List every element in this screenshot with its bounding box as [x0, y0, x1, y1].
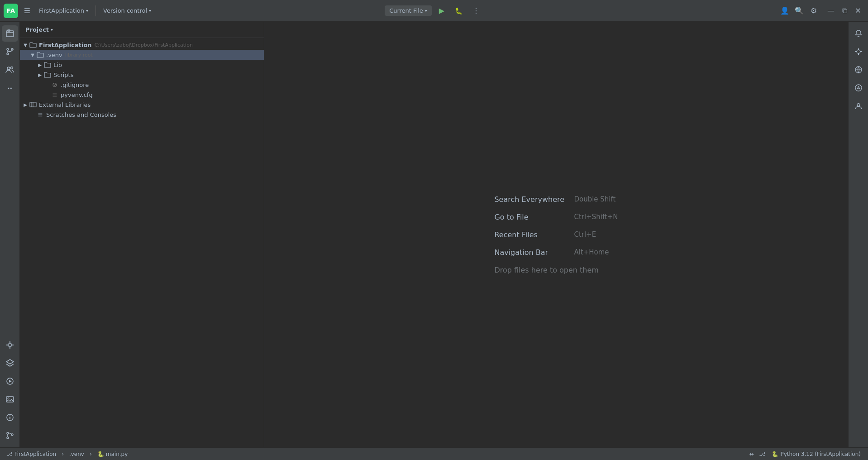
- activity-info-icon[interactable]: [2, 409, 18, 426]
- tree-item-gitignore[interactable]: ⊘ .gitignore: [20, 80, 264, 90]
- tree-item-name: Scratches and Consoles: [46, 111, 116, 118]
- restore-button[interactable]: ⧉: [838, 5, 851, 17]
- expand-icon: ▼: [29, 51, 36, 58]
- svg-point-4: [7, 53, 9, 55]
- status-filename: main.py: [106, 451, 128, 457]
- gitignore-icon: ⊘: [51, 81, 59, 89]
- editor-area: Search Everywhere Double Shift Go to Fil…: [264, 22, 848, 447]
- status-indent-icon[interactable]: ↔: [747, 448, 757, 460]
- tree-item-name: FirstApplication: [39, 42, 92, 48]
- activity-project-icon[interactable]: [2, 25, 18, 42]
- activity-layers-icon[interactable]: [2, 355, 18, 371]
- tree-item-lib[interactable]: ▶ Lib: [20, 60, 264, 70]
- tree-item-external-libraries[interactable]: ▶ External Libraries: [20, 100, 264, 110]
- right-notifications-icon[interactable]: [850, 25, 867, 42]
- branch-icon: ⎇: [6, 451, 13, 457]
- expand-placeholder: [29, 111, 36, 118]
- status-file[interactable]: 🐍 main.py: [95, 448, 131, 460]
- python-version-label: Python 3.12 (FirstApplication): [780, 451, 861, 457]
- sidebar: Project ▾ ▼ FirstApplication C:\Users\za…: [20, 22, 264, 447]
- svg-point-25: [857, 50, 860, 53]
- run-config-selector[interactable]: Current File ▾: [385, 5, 432, 16]
- status-git-icon: ⎇: [759, 451, 766, 457]
- tree-item-firstapplication[interactable]: ▼ FirstApplication C:\Users\zaboj\Dropbo…: [20, 40, 264, 50]
- status-path-venv[interactable]: .venv: [67, 448, 87, 460]
- status-separator1: ›: [59, 448, 67, 460]
- tree-item-scratches[interactable]: ≡ Scratches and Consoles: [20, 110, 264, 120]
- hint-navigation-bar: Navigation Bar Alt+Home: [494, 248, 618, 257]
- hint-go-to-file: Go to File Ctrl+Shift+N: [494, 213, 618, 221]
- scratches-icon: ≡: [36, 110, 44, 119]
- indent-settings-icon: ↔: [749, 451, 754, 457]
- activity-team-icon[interactable]: [2, 62, 18, 78]
- vc-label: Version control: [103, 7, 147, 14]
- right-user-icon[interactable]: [850, 98, 867, 114]
- project-panel-label[interactable]: Project ▾: [25, 26, 53, 33]
- tree-item-name: Scripts: [53, 72, 73, 78]
- right-aiassist-icon[interactable]: [850, 80, 867, 96]
- tree-item-pyvenv[interactable]: ≡ pyvenv.cfg: [20, 90, 264, 100]
- folder-icon: [43, 61, 52, 69]
- window-controls: — ⧉ ✕: [825, 5, 864, 17]
- close-button[interactable]: ✕: [852, 5, 864, 17]
- right-plugins-icon[interactable]: [850, 43, 867, 60]
- python-file-icon: 🐍: [97, 451, 104, 457]
- run-button[interactable]: ▶: [434, 4, 449, 18]
- svg-point-31: [855, 85, 862, 91]
- project-header-text: Project: [25, 26, 49, 33]
- activity-plugins-icon[interactable]: [2, 337, 18, 353]
- project-chevron-icon: ▾: [86, 8, 88, 13]
- hamburger-menu-icon[interactable]: ☰: [21, 5, 33, 17]
- minimize-button[interactable]: —: [825, 5, 837, 17]
- more-options-button[interactable]: ⋮: [469, 4, 483, 18]
- account-icon[interactable]: 👤: [777, 4, 792, 18]
- hint-drop-text: Drop files here to open them: [494, 266, 599, 274]
- branch-name: FirstApplication: [14, 451, 56, 457]
- debug-button[interactable]: 🐛: [452, 4, 466, 18]
- settings-gear-icon[interactable]: ⚙: [806, 4, 821, 18]
- svg-point-21: [7, 437, 9, 439]
- svg-point-18: [10, 416, 10, 417]
- svg-point-19: [7, 432, 9, 434]
- status-python-interpreter[interactable]: 🐍 Python 3.12 (FirstApplication): [768, 451, 864, 457]
- tree-item-venv[interactable]: ▼ .venv library root: [20, 50, 264, 60]
- version-control-selector[interactable]: Version control ▾: [100, 5, 155, 16]
- status-bar: ⎇ FirstApplication › .venv › 🐍 main.py ↔…: [0, 447, 868, 460]
- svg-point-5: [7, 67, 10, 70]
- tree-item-name: External Libraries: [39, 101, 91, 108]
- hint-action-label: Go to File: [494, 213, 567, 221]
- hint-drop-files: Drop files here to open them: [494, 266, 618, 274]
- activity-run2-icon[interactable]: [2, 373, 18, 389]
- hint-shortcut-label: Ctrl+E: [574, 230, 596, 239]
- editor-hints: Search Everywhere Double Shift Go to Fil…: [494, 195, 618, 274]
- svg-point-7: [8, 343, 12, 347]
- project-header-chevron: ▾: [51, 27, 53, 32]
- vc-chevron-icon: ▾: [149, 8, 151, 13]
- right-panel: [848, 22, 868, 447]
- activity-git-icon[interactable]: [2, 43, 18, 60]
- expand-placeholder: [43, 91, 51, 98]
- activity-image-icon[interactable]: [2, 391, 18, 407]
- hint-recent-files: Recent Files Ctrl+E: [494, 230, 618, 239]
- libraries-icon: [29, 101, 37, 109]
- status-git-icon[interactable]: ⎇: [757, 448, 768, 460]
- folder-icon: [29, 41, 37, 49]
- hint-action-label: Search Everywhere: [494, 195, 567, 204]
- tree-item-scripts[interactable]: ▶ Scripts: [20, 70, 264, 80]
- status-branch[interactable]: ⎇ FirstApplication: [4, 448, 59, 460]
- run-config-chevron-icon: ▾: [425, 8, 427, 13]
- tree-item-name: Lib: [53, 62, 62, 68]
- svg-point-15: [8, 398, 9, 399]
- activity-git2-icon[interactable]: [2, 427, 18, 444]
- activity-more-icon[interactable]: ···: [2, 80, 18, 96]
- hint-action-label: Navigation Bar: [494, 248, 567, 257]
- hint-action-label: Recent Files: [494, 230, 567, 239]
- right-codewithme-icon[interactable]: [850, 62, 867, 78]
- expand-icon: ▼: [22, 41, 29, 48]
- tree-item-name: .venv: [46, 52, 62, 58]
- python-icon: 🐍: [772, 451, 778, 457]
- search-everywhere-icon[interactable]: 🔍: [792, 4, 806, 18]
- project-selector[interactable]: FirstApplication ▾: [35, 5, 92, 16]
- sidebar-header: Project ▾: [20, 22, 264, 38]
- activity-bar: ···: [0, 22, 20, 447]
